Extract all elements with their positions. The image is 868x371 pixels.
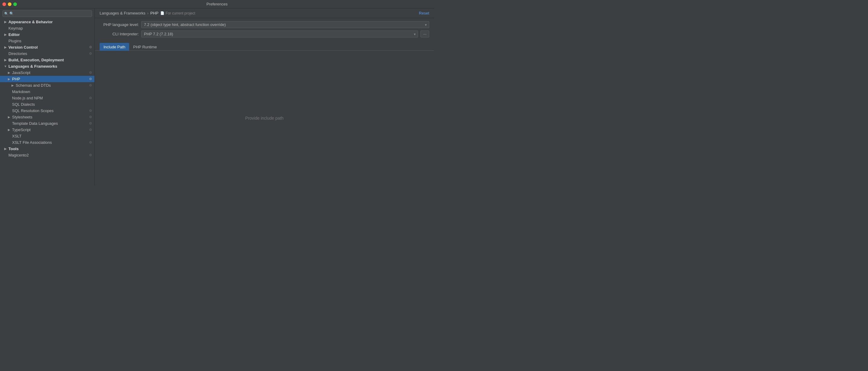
sidebar-item-languages[interactable]: ▼ Languages & Frameworks [0, 63, 94, 69]
window-title: Preferences [207, 2, 227, 6]
expand-arrow: ▶ [7, 71, 11, 75]
project-label: For current project [166, 11, 195, 16]
content-header: Languages & Frameworks › PHP 📄 For curre… [95, 8, 434, 18]
settings-icon: ⚙ [89, 77, 92, 81]
sidebar-item-label: Markdown [12, 89, 30, 94]
breadcrumb: Languages & Frameworks › PHP 📄 For curre… [100, 11, 195, 16]
settings-icon: ⚙ [89, 109, 92, 113]
sidebar-item-plugins[interactable]: ▶ Plugins [0, 38, 94, 44]
expand-arrow: ▶ [4, 20, 7, 24]
expand-arrow: ▶ [4, 58, 7, 62]
minimize-button[interactable] [8, 2, 11, 6]
cli-interpreter-select-wrap: PHP 7.2 (7.2.18) ▼ [141, 30, 418, 37]
settings-icon: ⚙ [89, 52, 92, 56]
expand-arrow: ▶ [7, 128, 11, 132]
settings-icon: ⚙ [89, 71, 92, 75]
sidebar-item-markdown[interactable]: ▶ Markdown [0, 88, 94, 95]
sidebar-item-label: Magicento2 [8, 153, 29, 158]
window-controls [2, 2, 17, 6]
main-layout: 🔍 ▶ Appearance & Behavior ▶ Keymap ▶ Edi… [0, 8, 434, 186]
sidebar-item-label: SQL Resolution Scopes [12, 109, 54, 113]
sidebar-item-php[interactable]: ▶ PHP ⚙ [0, 76, 94, 82]
settings-icon: ⚙ [89, 141, 92, 144]
nav-tree: ▶ Appearance & Behavior ▶ Keymap ▶ Edito… [0, 19, 94, 186]
sidebar-item-stylesheets[interactable]: ▶ Stylesheets ⚙ [0, 114, 94, 120]
php-language-level-select[interactable]: 7.2 (object type hint, abstract function… [141, 21, 429, 28]
sidebar: 🔍 ▶ Appearance & Behavior ▶ Keymap ▶ Edi… [0, 8, 95, 186]
expand-arrow: ▶ [4, 46, 7, 49]
sidebar-item-label: Editor [8, 32, 20, 37]
search-box[interactable]: 🔍 [2, 10, 92, 17]
sidebar-item-label: Tools [8, 146, 19, 151]
tab-php-runtime[interactable]: PHP Runtime [129, 43, 161, 51]
sidebar-item-label: Directories [8, 51, 27, 56]
tabs-row: Include Path PHP Runtime [95, 43, 434, 51]
sidebar-item-label: Appearance & Behavior [8, 20, 53, 24]
settings-icon: ⚙ [89, 96, 92, 100]
maximize-button[interactable] [13, 2, 17, 6]
expand-arrow: ▶ [7, 115, 11, 119]
expand-arrow: ▶ [4, 33, 7, 36]
tab-include-path[interactable]: Include Path [100, 43, 129, 51]
tab-label: PHP Runtime [133, 45, 157, 49]
close-button[interactable] [2, 2, 6, 6]
cli-interpreter-select[interactable]: PHP 7.2 (7.2.18) [141, 30, 418, 37]
sidebar-item-build[interactable]: ▶ Build, Execution, Deployment [0, 57, 94, 63]
sidebar-item-nodejs[interactable]: ▶ Node.js and NPM ⚙ [0, 95, 94, 101]
sidebar-item-label: TypeScript [12, 127, 30, 132]
sidebar-item-xslt[interactable]: ▶ XSLT [0, 133, 94, 139]
expand-arrow: ▶ [4, 147, 7, 151]
include-path-content: Provide include path [95, 51, 434, 186]
settings-icon: ⚙ [89, 153, 92, 157]
content-panel: Languages & Frameworks › PHP 📄 For curre… [95, 8, 434, 186]
sidebar-item-label: Version Control [8, 45, 38, 50]
sidebar-item-label: PHP [12, 77, 20, 81]
sidebar-item-sql-resolution[interactable]: ▶ SQL Resolution Scopes ⚙ [0, 108, 94, 114]
sidebar-item-label: XSLT File Associations [12, 140, 52, 145]
sidebar-item-label: Stylesheets [12, 115, 32, 119]
breadcrumb-separator: › [147, 11, 149, 16]
sidebar-item-typescript[interactable]: ▶ TypeScript ⚙ [0, 126, 94, 133]
sidebar-item-label: Template Data Languages [12, 121, 58, 126]
sidebar-item-tools[interactable]: ▶ Tools [0, 146, 94, 152]
php-language-level-select-wrap: 7.2 (object type hint, abstract function… [141, 21, 429, 28]
php-language-level-row: PHP language level: 7.2 (object type hin… [100, 21, 429, 28]
settings-icon: ⚙ [89, 115, 92, 119]
sidebar-item-appearance[interactable]: ▶ Appearance & Behavior [0, 19, 94, 25]
settings-icon: ⚙ [89, 83, 92, 87]
sidebar-item-label: Keymap [8, 26, 23, 30]
sidebar-item-xslt-file[interactable]: ▶ XSLT File Associations ⚙ [0, 139, 94, 146]
php-language-level-label: PHP language level: [100, 22, 139, 27]
sidebar-item-directories[interactable]: ▶ Directories ⚙ [0, 51, 94, 57]
empty-message: Provide include path [245, 116, 284, 120]
cli-interpreter-row: CLI Interpreter: PHP 7.2 (7.2.18) ▼ ··· [100, 30, 429, 37]
breadcrumb-part2: PHP [150, 11, 158, 16]
sidebar-item-label: Plugins [8, 39, 22, 43]
sidebar-item-template[interactable]: ▶ Template Data Languages ⚙ [0, 120, 94, 126]
form-section: PHP language level: 7.2 (object type hin… [95, 18, 434, 43]
sidebar-item-version-control[interactable]: ▶ Version Control ⚙ [0, 44, 94, 51]
title-bar: Preferences [0, 0, 434, 8]
breadcrumb-part1: Languages & Frameworks [100, 11, 146, 16]
sidebar-item-schemas[interactable]: ▶ Schemas and DTDs ⚙ [0, 82, 94, 88]
sidebar-item-magicento2[interactable]: ▶ Magicento2 ⚙ [0, 152, 94, 158]
sidebar-item-sql-dialects[interactable]: ▶ SQL Dialects [0, 101, 94, 108]
cli-more-button[interactable]: ··· [421, 30, 429, 37]
sidebar-item-label: Build, Execution, Deployment [8, 58, 64, 62]
sidebar-item-keymap[interactable]: ▶ Keymap [0, 25, 94, 31]
expand-arrow: ▼ [4, 65, 7, 68]
sidebar-item-label: XSLT [12, 134, 22, 138]
search-input[interactable] [2, 10, 92, 17]
expand-arrow: ▶ [11, 84, 14, 87]
sidebar-item-editor[interactable]: ▶ Editor [0, 31, 94, 38]
search-icon: 🔍 [4, 12, 8, 16]
reset-button[interactable]: Reset [419, 11, 429, 16]
breadcrumb-project: 📄 For current project [160, 11, 195, 16]
sidebar-item-label: Schemas and DTDs [16, 83, 51, 88]
settings-icon: ⚙ [89, 121, 92, 125]
settings-icon: ⚙ [89, 45, 92, 49]
sidebar-item-label: JavaScript [12, 70, 30, 75]
settings-icon: ⚙ [89, 128, 92, 132]
sidebar-item-label: Node.js and NPM [12, 96, 43, 100]
sidebar-item-javascript[interactable]: ▶ JavaScript ⚙ [0, 69, 94, 76]
